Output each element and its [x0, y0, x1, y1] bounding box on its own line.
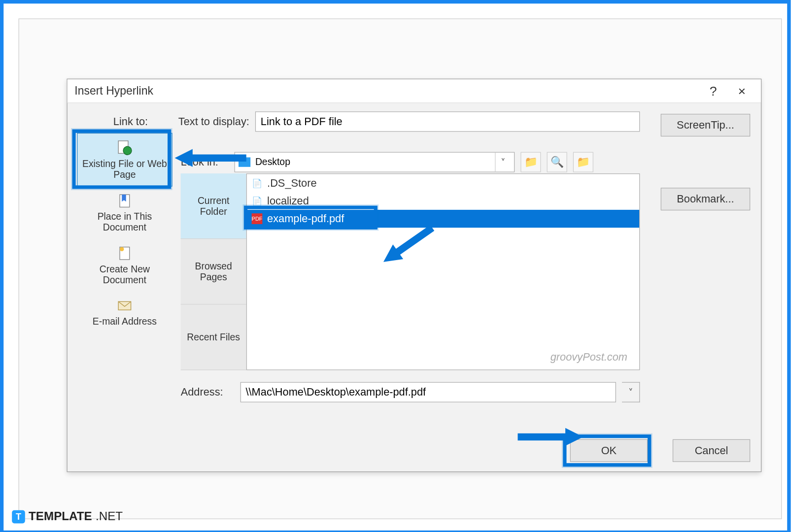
linkto-create-new[interactable]: Create New Document — [77, 239, 172, 291]
text-to-display-row: Link to: Text to display: — [89, 111, 751, 132]
up-folder-button[interactable] — [520, 152, 541, 172]
tab-browsed-pages[interactable]: Browsed Pages — [181, 239, 246, 304]
dialog-title-bar: Insert Hyperlink ? × — [68, 79, 761, 103]
document-canvas: Insert Hyperlink ? × Link to: Text to di… — [19, 19, 782, 519]
linkto-opt-label: Create New Document — [100, 264, 150, 285]
file-list[interactable]: 📄 .DS_Store 📄 localized PDF example-pdf.… — [246, 173, 640, 370]
file-name: example-pdf.pdf — [267, 212, 344, 225]
link-to-panel: Existing File or Web Page Place in This … — [77, 133, 172, 455]
tab-recent-files[interactable]: Recent Files — [181, 304, 246, 370]
linkto-place-in-doc[interactable]: Place in This Document — [77, 187, 172, 239]
file-name: localized — [267, 195, 309, 207]
web-search-icon — [550, 156, 564, 169]
badge-net: .NET — [96, 510, 123, 524]
link-to-label: Link to: — [89, 115, 172, 128]
linkto-opt-label: E-mail Address — [93, 317, 157, 327]
linkto-opt-label: Place in This Document — [98, 212, 152, 233]
insert-hyperlink-dialog: Insert Hyperlink ? × Link to: Text to di… — [67, 79, 762, 472]
bookmark-icon — [116, 193, 133, 209]
bookmark-button[interactable]: Bookmark... — [661, 188, 751, 210]
watermark: groovyPost.com — [550, 351, 627, 364]
look-in-value: Desktop — [255, 157, 290, 167]
globe-page-icon — [116, 139, 133, 156]
address-row: Address: \\Mac\Home\Desktop\example-pdf.… — [181, 382, 640, 402]
tab-current-folder[interactable]: Current Folder — [181, 173, 246, 239]
svg-point-4 — [120, 247, 124, 251]
dialog-title: Insert Hyperlink — [74, 84, 701, 98]
file-row[interactable]: 📄 localized — [247, 192, 639, 210]
address-label: Address: — [181, 386, 235, 398]
template-net-badge: T TEMPLATE.NET — [12, 510, 123, 524]
tutorial-frame: Insert Hyperlink ? × Link to: Text to di… — [0, 0, 791, 532]
screentip-button[interactable]: ScreenTip... — [661, 114, 751, 136]
file-row-selected[interactable]: PDF example-pdf.pdf — [247, 210, 639, 228]
look-in-row: Look in: Desktop ˅ — [181, 152, 700, 172]
browse-tabs: Current Folder Browsed Pages Recent File… — [181, 173, 246, 370]
linkto-opt-label: Existing File or Web Page — [82, 159, 167, 179]
browse-web-button[interactable] — [547, 152, 567, 172]
close-button[interactable]: × — [730, 79, 754, 102]
file-icon: 📄 — [252, 196, 263, 206]
address-input[interactable]: \\Mac\Home\Desktop\example-pdf.pdf — [241, 382, 616, 402]
chevron-down-icon: ˅ — [495, 153, 510, 172]
text-to-display-input[interactable] — [255, 111, 640, 132]
address-dropdown[interactable]: ˅ — [622, 382, 640, 402]
svg-point-1 — [123, 146, 132, 155]
pdf-icon: PDF — [252, 213, 263, 224]
open-folder-button[interactable] — [573, 152, 593, 172]
file-name: .DS_Store — [267, 177, 316, 189]
badge-text: TEMPLATE — [29, 510, 92, 524]
badge-square-icon: T — [12, 510, 25, 523]
dialog-body: Link to: Text to display: ScreenTip... B… — [68, 103, 761, 471]
cancel-button[interactable]: Cancel — [673, 439, 750, 462]
help-button[interactable]: ? — [701, 79, 725, 102]
address-value: \\Mac\Home\Desktop\example-pdf.pdf — [246, 386, 426, 398]
linkto-existing-file[interactable]: Existing File or Web Page — [77, 133, 172, 187]
envelope-icon — [116, 298, 133, 314]
look-in-dropdown[interactable]: Desktop ˅ — [235, 152, 515, 172]
file-row[interactable]: 📄 .DS_Store — [247, 174, 639, 192]
text-to-display-label: Text to display: — [178, 115, 249, 128]
folder-icon — [577, 156, 590, 169]
desktop-icon — [239, 157, 250, 166]
folder-icon — [524, 156, 538, 169]
look-in-label: Look in: — [181, 156, 229, 168]
new-doc-icon — [116, 245, 133, 262]
ok-button[interactable]: OK — [570, 439, 648, 462]
linkto-email[interactable]: E-mail Address — [77, 292, 172, 333]
file-icon: 📄 — [252, 178, 263, 189]
